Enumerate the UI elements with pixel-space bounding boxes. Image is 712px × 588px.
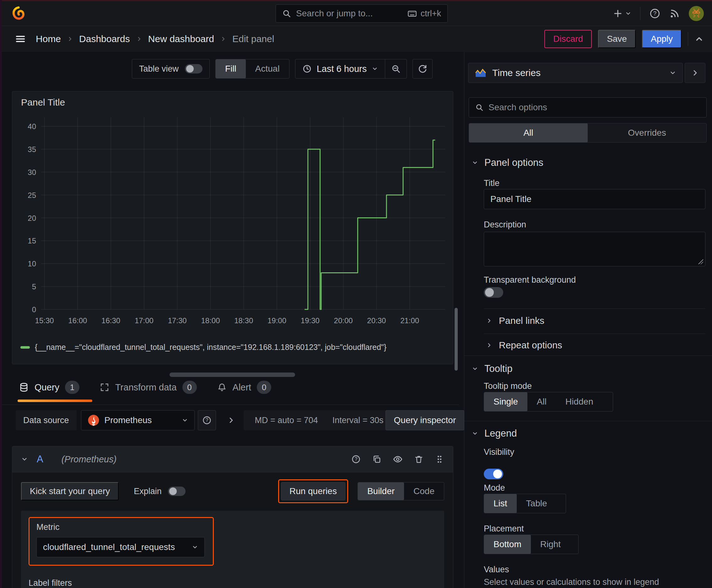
trash-icon[interactable] (414, 455, 424, 464)
chevron-right-icon (136, 36, 142, 42)
svg-text:15:30: 15:30 (35, 316, 54, 325)
collapse-options-button[interactable] (685, 63, 706, 83)
tooltip-hidden-option[interactable]: Hidden (556, 392, 603, 411)
breadcrumb-new-dashboard[interactable]: New dashboard (148, 34, 214, 44)
code-mode-option[interactable]: Code (404, 482, 444, 500)
title-input[interactable]: Panel Title (484, 189, 706, 209)
chevron-right-icon (486, 342, 492, 348)
fit-fill-option[interactable]: Fill (216, 59, 246, 78)
tab-query-label: Query (35, 382, 59, 393)
chevron-up-icon[interactable] (694, 34, 704, 44)
drag-handle-icon[interactable] (435, 455, 444, 464)
chart-legend[interactable]: {__name__="cloudflared_tunnel_total_requ… (20, 343, 386, 352)
explain-switch[interactable] (168, 486, 186, 496)
description-textarea[interactable] (484, 232, 706, 266)
table-view-label: Table view (139, 64, 179, 74)
chevron-right-icon[interactable] (227, 417, 235, 424)
tooltip-all-option[interactable]: All (527, 392, 556, 411)
run-queries-button[interactable]: Run queries (281, 482, 345, 500)
query-builder-section: Metric cloudflared_tunnel_total_requests… (21, 511, 444, 588)
resize-corner-icon[interactable] (697, 258, 703, 264)
breadcrumb-dashboards[interactable]: Dashboards (79, 34, 130, 44)
avatar[interactable] (689, 6, 704, 21)
tab-alert[interactable]: Alert 0 (217, 381, 272, 394)
global-search-input[interactable]: Search or jump to... ctrl+k (276, 4, 448, 23)
tab-overrides[interactable]: Overrides (588, 123, 706, 142)
query-inspector-button[interactable]: Query inspector (386, 410, 465, 430)
visualization-picker[interactable]: Time series (468, 63, 683, 83)
legend-mode-segmented: List Table (484, 494, 566, 513)
panel-toolbar: Table view Fill Actual Last 6 hours (132, 59, 433, 79)
new-menu-button[interactable] (613, 9, 631, 18)
scrollbar-thumb[interactable] (455, 308, 458, 371)
help-icon[interactable]: ? (649, 8, 661, 19)
legend-visibility-switch[interactable] (484, 469, 503, 479)
time-range-label: Last 6 hours (317, 64, 367, 74)
breadcrumb-home[interactable]: Home (36, 34, 61, 44)
divider (464, 356, 712, 356)
top-nav-bar: Search or jump to... ctrl+k ? (2, 1, 712, 26)
pane-resize-handle[interactable] (170, 373, 295, 377)
tab-transform-data[interactable]: Transform data 0 (100, 381, 197, 394)
discard-button[interactable]: Discard (544, 30, 592, 48)
search-icon (475, 103, 483, 111)
time-range-picker[interactable]: Last 6 hours (296, 59, 385, 78)
panel-options-header[interactable]: Panel options (472, 157, 543, 168)
tab-all[interactable]: All (469, 123, 588, 142)
datasource-row: Data source Prometheus ? MD = auto = 704… (16, 410, 464, 430)
legend-list-option[interactable]: List (484, 494, 517, 513)
news-icon[interactable] (669, 8, 680, 19)
builder-mode-option[interactable]: Builder (358, 482, 404, 500)
metric-select[interactable]: cloudflared_tunnel_total_requests (37, 537, 205, 557)
plus-icon (613, 9, 623, 18)
legend-header[interactable]: Legend (472, 428, 517, 439)
chevron-down-icon[interactable] (21, 456, 28, 463)
query-help-icon[interactable]: ? (351, 455, 361, 464)
tooltip-header[interactable]: Tooltip (472, 363, 513, 374)
placement-bottom-option[interactable]: Bottom (484, 535, 531, 554)
query-row-header[interactable]: A (Prometheus) ? (12, 446, 453, 472)
hamburger-menu-icon[interactable] (15, 34, 26, 44)
transparent-background-switch[interactable] (484, 287, 503, 298)
svg-text:20:00: 20:00 (334, 316, 353, 325)
tab-query-count: 1 (65, 381, 80, 394)
datasource-value: Prometheus (105, 415, 152, 425)
query-ref-id[interactable]: A (37, 454, 43, 465)
legend-series-name[interactable]: {__name__="cloudflared_tunnel_total_requ… (35, 343, 386, 352)
zoom-out-button[interactable] (385, 59, 407, 78)
svg-text:20: 20 (28, 214, 36, 223)
table-view-toggle[interactable]: Table view (132, 59, 210, 79)
grafana-logo-icon[interactable] (11, 6, 26, 22)
legend-table-option[interactable]: Table (517, 494, 557, 513)
refresh-button[interactable] (412, 59, 433, 79)
tooltip-single-option[interactable]: Single (484, 392, 527, 411)
fit-actual-option[interactable]: Actual (246, 59, 289, 78)
svg-text:16:30: 16:30 (102, 316, 120, 325)
query-row-datasource: (Prometheus) (62, 454, 117, 465)
divider (484, 309, 706, 309)
table-view-switch[interactable] (185, 64, 202, 74)
eye-icon[interactable] (393, 454, 403, 464)
chevron-down-icon (472, 365, 478, 372)
legend-visibility-label: Visibility (484, 447, 514, 457)
time-series-icon (475, 67, 487, 79)
duplicate-icon[interactable] (372, 455, 382, 464)
svg-text:30: 30 (28, 168, 36, 176)
zoom-out-icon (391, 64, 401, 74)
panel-title[interactable]: Panel Title (21, 97, 65, 108)
tab-query[interactable]: Query 1 (19, 381, 80, 394)
datasource-help-button[interactable]: ? (198, 410, 216, 430)
options-search-input[interactable]: Search options (469, 97, 707, 118)
repeat-options-label: Repeat options (499, 340, 562, 351)
chevron-right-icon (67, 36, 73, 42)
datasource-select[interactable]: Prometheus (81, 410, 195, 430)
repeat-options-section[interactable]: Repeat options (486, 340, 562, 351)
placement-right-option[interactable]: Right (531, 535, 570, 554)
kick-start-query-button[interactable]: Kick start your query (21, 482, 118, 500)
search-placeholder: Search or jump to... (296, 8, 373, 19)
save-button[interactable]: Save (598, 30, 636, 48)
svg-text:15: 15 (28, 236, 36, 245)
panel-links-section[interactable]: Panel links (486, 315, 544, 326)
divider (464, 421, 712, 421)
apply-button[interactable]: Apply (642, 30, 682, 48)
